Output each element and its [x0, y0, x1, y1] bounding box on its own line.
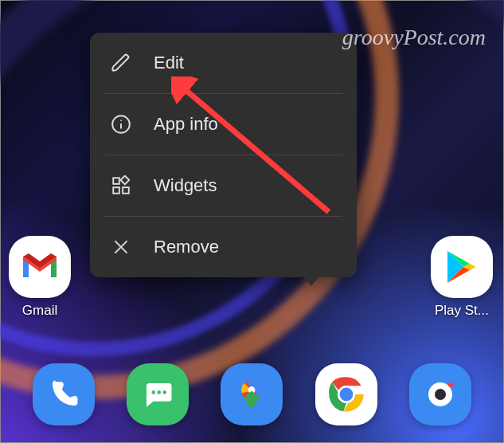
popup-tail	[303, 276, 319, 286]
app-label: Play St...	[431, 303, 493, 319]
play-store-icon	[431, 236, 493, 298]
android-home-screen: groovyPost.com Edit App info Widgets Rem…	[0, 0, 504, 443]
messages-icon	[141, 378, 174, 411]
svg-point-10	[152, 390, 156, 394]
app-label: Gmail	[9, 303, 71, 319]
app-phone[interactable]	[33, 363, 95, 425]
svg-point-18	[435, 389, 446, 400]
menu-item-remove[interactable]: Remove	[104, 216, 342, 277]
app-play-store[interactable]: Play St...	[431, 236, 493, 319]
dock	[1, 347, 503, 442]
svg-point-2	[120, 120, 122, 121]
pencil-icon	[111, 53, 131, 73]
app-maps[interactable]	[221, 363, 283, 425]
svg-point-11	[158, 390, 162, 394]
app-gmail[interactable]: Gmail	[9, 236, 71, 319]
gmail-icon	[9, 236, 71, 298]
close-icon	[111, 237, 131, 257]
app-context-menu: Edit App info Widgets Remove	[90, 33, 357, 277]
camera-icon	[420, 374, 460, 414]
app-chrome[interactable]	[315, 363, 377, 425]
menu-item-label: Edit	[154, 53, 184, 73]
phone-icon	[47, 378, 80, 411]
info-icon	[111, 114, 131, 135]
menu-item-edit[interactable]: Edit	[90, 33, 357, 93]
svg-rect-4	[113, 187, 119, 194]
svg-rect-3	[113, 178, 119, 184]
menu-item-widgets[interactable]: Widgets	[104, 155, 342, 216]
svg-rect-6	[121, 176, 130, 185]
menu-item-label: Remove	[154, 237, 219, 257]
svg-rect-5	[123, 187, 129, 194]
menu-item-label: App info	[154, 114, 218, 135]
app-messages[interactable]	[127, 363, 189, 425]
maps-icon	[234, 377, 269, 412]
svg-point-19	[448, 382, 453, 387]
svg-point-12	[163, 390, 167, 394]
app-camera[interactable]	[409, 363, 471, 425]
menu-item-label: Widgets	[154, 175, 217, 196]
menu-item-app-info[interactable]: App info	[104, 93, 342, 155]
chrome-icon	[326, 374, 367, 415]
widgets-icon	[111, 175, 131, 196]
watermark-text: groovyPost.com	[342, 25, 486, 50]
